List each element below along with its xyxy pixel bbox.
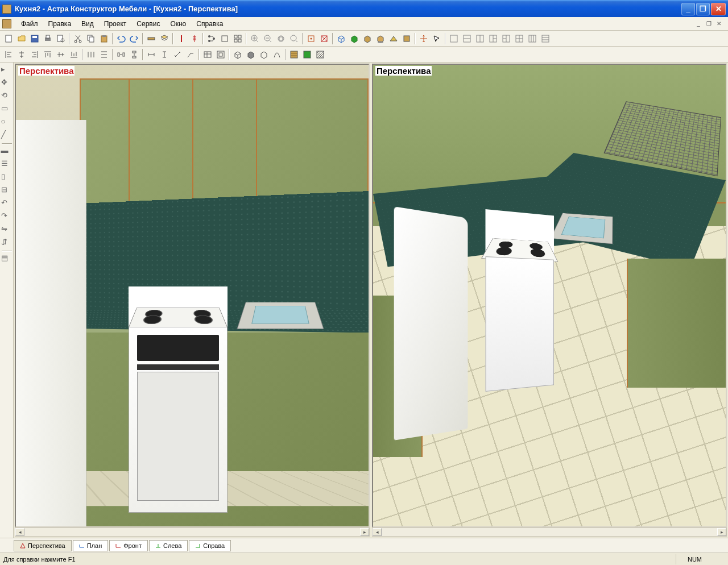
- align-right-icon[interactable]: [28, 48, 41, 61]
- view-wireframe-icon[interactable]: [335, 32, 348, 45]
- box-icon[interactable]: [218, 32, 231, 45]
- tab-right[interactable]: Справа: [189, 540, 231, 551]
- view-solid-icon[interactable]: [348, 32, 361, 45]
- snap-cross-icon[interactable]: [318, 32, 330, 45]
- viewport-left-scrollbar[interactable]: ◂ ▸: [15, 527, 370, 537]
- dim-vertical-icon[interactable]: [158, 48, 171, 61]
- orbit-icon[interactable]: ⟲: [1, 91, 13, 102]
- tab-left[interactable]: Слева: [149, 540, 188, 551]
- view-shadow-icon[interactable]: [374, 32, 387, 45]
- rotate-left-icon[interactable]: ↶: [1, 198, 13, 210]
- copy-icon[interactable]: [85, 32, 97, 45]
- viewport-right[interactable]: Перспектива: [372, 64, 727, 527]
- align-bottom-icon[interactable]: [68, 48, 80, 61]
- print-icon[interactable]: [42, 32, 54, 45]
- tab-plan[interactable]: План: [73, 540, 109, 551]
- view-textured-icon[interactable]: [361, 32, 374, 45]
- menu-project[interactable]: Проект: [99, 18, 132, 30]
- material-color-icon[interactable]: [301, 48, 313, 61]
- pointer-icon[interactable]: ▸: [1, 65, 13, 76]
- curve-icon[interactable]: [271, 48, 283, 61]
- hatch-icon[interactable]: [314, 48, 326, 61]
- align-center-h-icon[interactable]: [15, 48, 28, 61]
- cube-open-icon[interactable]: [258, 48, 270, 61]
- table-icon[interactable]: [201, 48, 214, 61]
- save-icon[interactable]: [28, 32, 41, 45]
- zoom-out-icon[interactable]: [262, 32, 274, 45]
- viewport-left[interactable]: Перспектива: [15, 64, 370, 527]
- mirror-icon[interactable]: ⇋: [1, 225, 13, 236]
- distribute-v-icon[interactable]: [98, 48, 110, 61]
- paste-icon[interactable]: [98, 32, 110, 45]
- zoom-fit-icon[interactable]: [275, 32, 287, 45]
- layout-3a-icon[interactable]: [487, 32, 499, 45]
- mdi-restore-button[interactable]: ❐: [704, 20, 713, 28]
- layout-5-icon[interactable]: [526, 32, 539, 45]
- rotate-right-icon[interactable]: ↷: [1, 211, 13, 223]
- space-v-icon[interactable]: [128, 48, 140, 61]
- layout-3b-icon[interactable]: [500, 32, 512, 45]
- close-button[interactable]: ✕: [711, 3, 726, 15]
- layers-icon[interactable]: [158, 32, 171, 45]
- menu-view[interactable]: Вид: [76, 18, 99, 30]
- maximize-button[interactable]: ❐: [696, 3, 710, 15]
- undo-icon[interactable]: [115, 32, 127, 45]
- measure-icon[interactable]: [145, 32, 158, 45]
- menu-service[interactable]: Сервис: [131, 18, 165, 30]
- align-left-icon[interactable]: [2, 48, 15, 61]
- tool-select-icon[interactable]: [431, 32, 443, 45]
- dim-horizontal-icon[interactable]: [145, 48, 158, 61]
- dim-leader-icon[interactable]: [184, 48, 197, 61]
- screw-icon[interactable]: [188, 32, 201, 45]
- cube-wireframe-icon[interactable]: [231, 48, 244, 61]
- redo-icon[interactable]: [128, 32, 140, 45]
- tab-front[interactable]: Фронт: [109, 540, 148, 551]
- shelf-icon[interactable]: ☰: [1, 159, 13, 171]
- align-top-icon[interactable]: [42, 48, 54, 61]
- circle-icon[interactable]: ○: [1, 117, 13, 128]
- frame-icon[interactable]: [214, 48, 227, 61]
- menu-file[interactable]: Файл: [16, 18, 43, 30]
- material-wood-icon[interactable]: [288, 48, 300, 61]
- scroll-left-icon[interactable]: ◂: [15, 528, 24, 536]
- zoom-in-icon[interactable]: [249, 32, 261, 45]
- cut-icon[interactable]: [72, 32, 84, 45]
- distribute-h-icon[interactable]: [85, 48, 97, 61]
- drawer-icon[interactable]: ⊟: [1, 185, 13, 197]
- layout-2h-icon[interactable]: [461, 32, 473, 45]
- tab-perspective[interactable]: Перспектива: [14, 540, 72, 551]
- open-icon[interactable]: [15, 32, 28, 45]
- dim-aligned-icon[interactable]: [171, 48, 184, 61]
- viewport-right-scrollbar[interactable]: ◂ ▸: [372, 527, 727, 537]
- scroll-left-icon[interactable]: ◂: [373, 528, 382, 536]
- layout-4-icon[interactable]: [513, 32, 526, 45]
- scroll-right-icon[interactable]: ▸: [360, 528, 369, 536]
- scroll-right-icon[interactable]: ▸: [717, 528, 726, 536]
- new-icon[interactable]: [2, 32, 15, 45]
- pan-icon[interactable]: ✥: [1, 78, 13, 89]
- panel-icon[interactable]: ▬: [1, 146, 13, 157]
- menu-edit[interactable]: Правка: [43, 18, 77, 30]
- layout-2v-icon[interactable]: [474, 32, 486, 45]
- flip-icon[interactable]: ⇵: [1, 238, 13, 249]
- door-icon[interactable]: ▯: [1, 172, 13, 184]
- minimize-button[interactable]: _: [681, 3, 695, 15]
- layout-6-icon[interactable]: [539, 32, 552, 45]
- mdi-minimize-button[interactable]: _: [694, 20, 703, 28]
- library-icon[interactable]: ▤: [1, 254, 13, 265]
- print-preview-icon[interactable]: [55, 32, 67, 45]
- view-render-icon[interactable]: [400, 32, 413, 45]
- tree-icon[interactable]: [205, 32, 218, 45]
- mdi-close-button[interactable]: ✕: [714, 20, 723, 28]
- line-icon[interactable]: ╱: [1, 130, 13, 142]
- align-middle-icon[interactable]: [55, 48, 67, 61]
- rect-icon[interactable]: ▭: [1, 104, 13, 115]
- drill-icon[interactable]: [175, 32, 188, 45]
- zoom-window-icon[interactable]: [288, 32, 300, 45]
- grid-icon[interactable]: [231, 32, 244, 45]
- space-h-icon[interactable]: [115, 48, 127, 61]
- layout-1-icon[interactable]: [448, 32, 460, 45]
- view-perspective-icon[interactable]: [387, 32, 400, 45]
- menu-window[interactable]: Окно: [165, 18, 191, 30]
- tool-move-icon[interactable]: [417, 32, 430, 45]
